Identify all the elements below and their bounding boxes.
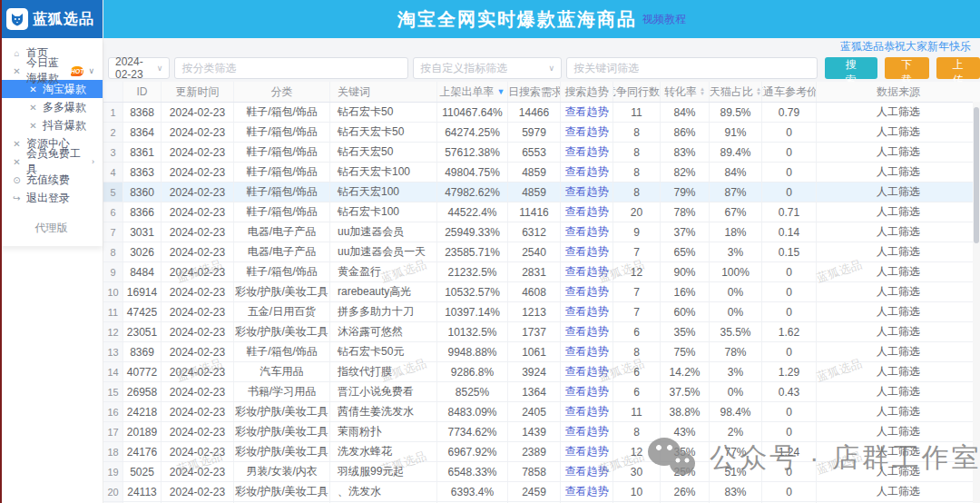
cell-source: 人工筛选 bbox=[817, 143, 980, 162]
row-number: 6 bbox=[103, 202, 123, 222]
cell-tmall-share: 77% bbox=[710, 442, 762, 461]
cell-id: 24176 bbox=[123, 442, 162, 461]
table-row[interactable]: 18241762024-02-23彩妆/护肤/美妆工具洗发水蜂花6967.92%… bbox=[103, 442, 980, 462]
sidebar-item-logout[interactable]: ↪ 退出登录 bbox=[0, 189, 103, 207]
search-button[interactable]: 搜索 bbox=[825, 57, 877, 79]
column-header-updated: 更新时间 bbox=[162, 82, 234, 102]
video-tutorial-link[interactable]: 视频教程 bbox=[642, 12, 686, 27]
vertical-scrollbar-thumb[interactable] bbox=[974, 107, 979, 243]
view-trend-link[interactable]: 查看趋势 bbox=[565, 184, 609, 200]
cell-search-demand: 3924 bbox=[508, 362, 561, 381]
cell-updated: 2024-02-23 bbox=[162, 362, 234, 381]
cell-id: 8364 bbox=[123, 123, 162, 142]
sidebar-item-agent-version[interactable]: 代理版 bbox=[0, 219, 103, 237]
table-row[interactable]: 483632024-02-23鞋子/箱包/饰品钻石天宏卡10049804.75%… bbox=[103, 163, 980, 182]
sidebar-item-recharge[interactable]: ⊙ 充值续费 bbox=[0, 171, 103, 189]
sidebar-item-today-bluesea[interactable]: ✕ 今日蓝海爆款 HOT ∨ bbox=[0, 62, 103, 80]
cell-competitors: 12 bbox=[613, 442, 661, 461]
cell-listing-rate: 10532.57% bbox=[437, 282, 508, 301]
sidebar-item-duoduo-hot[interactable]: ✕ 多多爆款 bbox=[0, 98, 103, 116]
download-button[interactable]: 下载 bbox=[885, 57, 928, 79]
column-header-search-demand[interactable]: 今日搜索需求▲▼ bbox=[508, 82, 561, 102]
view-trend-link[interactable]: 查看趋势 bbox=[565, 124, 609, 140]
column-header-listing-rate[interactable]: 上架出单率▼ bbox=[437, 82, 508, 102]
sidebar-item-taobao-hot[interactable]: ✕ 淘宝爆款 bbox=[0, 80, 103, 98]
view-trend-link[interactable]: 查看趋势 bbox=[565, 424, 609, 439]
row-number: 7 bbox=[103, 222, 123, 242]
table-body: 183682024-02-23鞋子/箱包/饰品钻石宏卡50110467.64%1… bbox=[103, 103, 980, 503]
view-trend-link[interactable]: 查看趋势 bbox=[565, 244, 609, 260]
sidebar-menu: ⌂ 首页 ✕ 今日蓝海爆款 HOT ∨ ✕ 淘宝爆款 ✕ 多多爆款 ✕ 抖音爆款 bbox=[0, 38, 103, 246]
table-row[interactable]: 1383692024-02-23鞋子/箱包/饰品钻石宏卡50元9948.88%1… bbox=[103, 342, 980, 362]
column-header-competitors[interactable]: 竞争同行数▲▼ bbox=[613, 82, 661, 102]
row-number: 17 bbox=[103, 422, 123, 441]
table-row[interactable]: 683662024-02-23鞋子/箱包/饰品钻石宏卡10044522.4%11… bbox=[103, 202, 980, 222]
view-trend-link[interactable]: 查看趋势 bbox=[565, 204, 609, 220]
view-trend-link[interactable]: 查看趋势 bbox=[565, 344, 609, 360]
cell-updated: 2024-02-23 bbox=[162, 422, 234, 441]
table-row[interactable]: 16242182024-02-23彩妆/护肤/美妆工具茜倩生姜洗发水8483.0… bbox=[103, 402, 980, 422]
table-row[interactable]: 14407722024-02-23汽车用品指纹代打膜9286.8%3924查看趋… bbox=[103, 362, 980, 382]
column-header-conversion[interactable]: 转化率▲▼ bbox=[661, 82, 710, 102]
cell-id: 23051 bbox=[123, 322, 162, 341]
table-row[interactable]: 984842024-02-23鞋子/箱包/饰品黄金盈行21232.5%2831查… bbox=[103, 262, 980, 282]
table-row[interactable]: 20241132024-02-23彩妆/护肤/美妆工具、洗发水6393.4%24… bbox=[103, 482, 980, 502]
view-trend-link[interactable]: 查看趋势 bbox=[565, 464, 609, 479]
table-row[interactable]: 283642024-02-23鞋子/箱包/饰品钻石天宏卡5064274.25%5… bbox=[103, 123, 980, 143]
sidebar: 蓝狐选品 ⌂ 首页 ✕ 今日蓝海爆款 HOT ∨ ✕ 淘宝爆款 ✕ 多多爆款 bbox=[0, 0, 103, 503]
view-trend-link[interactable]: 查看趋势 bbox=[565, 324, 609, 340]
view-trend-link[interactable]: 查看趋势 bbox=[565, 444, 609, 459]
cell-listing-rate: 21232.5% bbox=[437, 262, 508, 281]
cell-search-demand: 14466 bbox=[508, 103, 561, 122]
table-row[interactable]: 15269582024-02-23书籍/学习用品晋江小说免费看8525%1364… bbox=[103, 382, 980, 402]
sidebar-item-douyin-hot[interactable]: ✕ 抖音爆款 bbox=[0, 116, 103, 134]
view-trend-link[interactable]: 查看趋势 bbox=[565, 144, 609, 160]
cell-conversion: 90% bbox=[661, 262, 710, 281]
products-table: ID更新时间分类关键词上架出单率▼今日搜索需求▲▼搜索趋势竞争同行数▲▼转化率▲… bbox=[103, 82, 980, 503]
cell-keyword: 茉雨粉扑 bbox=[330, 422, 437, 441]
table-row[interactable]: 183682024-02-23鞋子/箱包/饰品钻石宏卡50110467.64%1… bbox=[103, 103, 980, 123]
table-row[interactable]: 17201892024-02-23彩妆/护肤/美妆工具茉雨粉扑7734.62%1… bbox=[103, 422, 980, 442]
view-trend-link[interactable]: 查看趋势 bbox=[565, 384, 609, 399]
cell-id: 8484 bbox=[123, 262, 162, 281]
cell-source: 人工筛选 bbox=[817, 322, 980, 341]
table-row[interactable]: 11474252024-02-23五金/日用百货拼多多助力十刀10397.14%… bbox=[103, 302, 980, 322]
new-year-greeting-link[interactable]: 蓝狐选品恭祝大家新年快乐 bbox=[840, 39, 971, 54]
view-trend-link[interactable]: 查看趋势 bbox=[565, 364, 609, 380]
cell-search-demand: 2389 bbox=[508, 442, 561, 461]
view-trend-link[interactable]: 查看趋势 bbox=[565, 484, 609, 499]
cell-competitors: 7 bbox=[613, 282, 661, 301]
column-header-tmall-share[interactable]: 天猫占比▲▼ bbox=[710, 82, 762, 102]
view-trend-link[interactable]: 查看趋势 bbox=[565, 224, 609, 240]
table-row[interactable]: 830262024-02-23电器/电子产品uu加速器会员一天23585.71%… bbox=[103, 242, 980, 262]
cell-conversion: 16% bbox=[661, 282, 710, 301]
view-trend-link[interactable]: 查看趋势 bbox=[565, 264, 609, 280]
row-number: 15 bbox=[103, 382, 123, 401]
table-row[interactable]: 10169142024-02-23彩妆/护肤/美妆工具rarebeauty高光1… bbox=[103, 282, 980, 302]
cell-keyword: 沐浴露可悠然 bbox=[330, 322, 437, 341]
table-row[interactable]: 12230512024-02-23彩妆/护肤/美妆工具沐浴露可悠然10132.5… bbox=[103, 322, 980, 342]
view-trend-link[interactable]: 查看趋势 bbox=[565, 164, 609, 180]
sort-carets-icon: ▲▼ bbox=[700, 87, 705, 96]
table-row[interactable]: 583602024-02-23鞋子/箱包/饰品钻石天宏10047982.62%4… bbox=[103, 182, 980, 202]
cell-listing-rate: 25949.33% bbox=[437, 222, 508, 242]
view-trend-link[interactable]: 查看趋势 bbox=[565, 304, 609, 320]
date-select[interactable]: 2024-02-23 ∨ bbox=[108, 57, 170, 79]
view-trend-link[interactable]: 查看趋势 bbox=[565, 104, 609, 120]
view-trend-link[interactable]: 查看趋势 bbox=[565, 404, 609, 419]
row-number: 1 bbox=[103, 103, 123, 122]
cell-listing-rate: 7734.62% bbox=[437, 422, 508, 441]
table-row[interactable]: 383612024-02-23鞋子/箱包/饰品钻石天宏5057612.38%65… bbox=[103, 143, 980, 163]
column-header-ppc-ref[interactable]: 直通车参考价▲▼ bbox=[762, 82, 817, 102]
table-row[interactable]: 730312024-02-23电器/电子产品uu加速器会员25949.33%63… bbox=[103, 222, 980, 242]
cell-id: 24218 bbox=[123, 402, 162, 421]
cell-keyword: 钻石天宏100 bbox=[330, 182, 437, 202]
upload-button[interactable]: 上传 bbox=[936, 57, 980, 79]
recharge-icon: ⊙ bbox=[12, 175, 22, 185]
custom-metric-select[interactable]: 按自定义指标筛选 ∨ bbox=[413, 57, 562, 79]
category-filter-input[interactable]: 按分类筛选 bbox=[174, 57, 408, 79]
view-trend-link[interactable]: 查看趋势 bbox=[565, 284, 609, 300]
sidebar-item-member-tools[interactable]: ✕ 会员免费工具 › bbox=[0, 153, 103, 171]
keyword-filter-input[interactable]: 按关键词筛选 bbox=[566, 57, 817, 79]
table-row[interactable]: 1950252024-02-23男装/女装/内衣羽绒服99元起6548.33%7… bbox=[103, 462, 980, 482]
